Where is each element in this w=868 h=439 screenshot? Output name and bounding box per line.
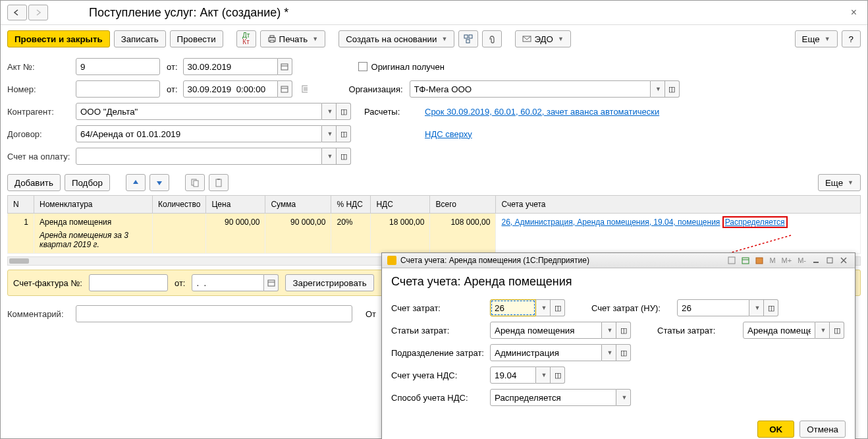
- open-button[interactable]: ◫: [337, 125, 351, 142]
- add-button[interactable]: Добавить: [7, 174, 61, 191]
- cell-accounts[interactable]: 26, Администрация, Аренда помещения, 19.…: [496, 214, 861, 254]
- tool-m-plus[interactable]: M+: [780, 256, 794, 264]
- col-nomenclature[interactable]: Номенклатура: [34, 196, 153, 214]
- dropdown-button[interactable]: ▼: [322, 148, 337, 165]
- cost-account-nu-input[interactable]: [677, 299, 749, 316]
- nds-account-input[interactable]: [490, 366, 536, 384]
- help-button[interactable]: ?: [842, 30, 861, 47]
- pick-button[interactable]: Подбор: [65, 174, 110, 191]
- number-date-input[interactable]: [183, 80, 278, 98]
- dropdown-button[interactable]: ▼: [616, 389, 631, 406]
- nds-link[interactable]: НДС сверху: [425, 129, 472, 139]
- invoice-no-input[interactable]: [89, 274, 168, 291]
- tool-calendar-icon[interactable]: [740, 256, 751, 264]
- contract-input[interactable]: [76, 125, 322, 142]
- move-down-button[interactable]: [149, 174, 169, 191]
- save-button[interactable]: Записать: [114, 30, 166, 47]
- col-price[interactable]: Цена: [206, 196, 265, 214]
- dropdown-button[interactable]: ▼: [602, 344, 616, 361]
- nav-forward-button[interactable]: [28, 5, 48, 20]
- akt-date-input[interactable]: [183, 58, 278, 75]
- subdivision-input[interactable]: [490, 344, 602, 361]
- accounts-highlight[interactable]: Распределяется: [722, 216, 788, 228]
- akt-no-input[interactable]: [76, 58, 160, 75]
- contragent-input[interactable]: [76, 103, 322, 120]
- col-n[interactable]: N: [8, 196, 34, 214]
- dropdown-button[interactable]: ▼: [651, 80, 665, 98]
- cost-items-input[interactable]: [490, 322, 602, 339]
- dt-kt-button[interactable]: ДтКт: [236, 30, 256, 47]
- dropdown-button[interactable]: ▼: [322, 125, 337, 142]
- more-button[interactable]: Еще ▼: [795, 30, 838, 47]
- open-button[interactable]: ◫: [337, 148, 351, 165]
- dropdown-button[interactable]: ▼: [815, 322, 830, 339]
- open-button[interactable]: ◫: [616, 344, 631, 361]
- dropdown-button[interactable]: ▼: [322, 103, 337, 120]
- edo-button[interactable]: ЭДО ▼: [515, 30, 570, 47]
- cell-qty: [153, 214, 206, 254]
- calendar-button[interactable]: [278, 80, 292, 98]
- dropdown-button[interactable]: ▼: [536, 299, 551, 316]
- dropdown-button[interactable]: ▼: [602, 322, 616, 339]
- akt-no-label: Акт №:: [7, 62, 76, 72]
- org-input[interactable]: [410, 80, 651, 98]
- open-button[interactable]: ◫: [764, 299, 778, 316]
- original-received-checkbox[interactable]: [358, 62, 367, 71]
- dialog-close-button[interactable]: [838, 256, 850, 264]
- post-and-close-button[interactable]: Провести и закрыть: [7, 30, 110, 47]
- table-row[interactable]: 1 Аренда помещения Аренда помещения за 3…: [8, 214, 861, 254]
- attachment-button[interactable]: [482, 30, 502, 47]
- table-more-button[interactable]: Еще ▼: [818, 174, 861, 191]
- dialog-minimize-button[interactable]: [810, 256, 822, 264]
- cost-account-input[interactable]: [490, 299, 536, 316]
- paste-button[interactable]: [209, 174, 229, 191]
- nds-method-label: Способ учета НДС:: [391, 393, 490, 403]
- caret-down-icon: ▼: [441, 36, 447, 42]
- col-nds-rate[interactable]: % НДС: [331, 196, 371, 214]
- col-accounts[interactable]: Счета учета: [496, 196, 861, 214]
- close-button[interactable]: ×: [847, 7, 861, 18]
- settlements-link[interactable]: Срок 30.09.2019, 60.01, 60.02, зачет ава…: [425, 107, 659, 117]
- cancel-button[interactable]: Отмена: [800, 421, 846, 438]
- cost-items2-input[interactable]: [743, 322, 815, 339]
- col-qty[interactable]: Количество: [153, 196, 206, 214]
- detail-icon-button[interactable]: [298, 82, 311, 96]
- invoice-date-input[interactable]: [192, 274, 264, 291]
- print-button[interactable]: Печать ▼: [260, 30, 326, 47]
- calendar-button[interactable]: [278, 58, 292, 75]
- number-input[interactable]: [76, 80, 160, 98]
- register-button[interactable]: Зарегистрировать: [285, 274, 373, 291]
- col-total[interactable]: Всего: [430, 196, 496, 214]
- create-based-button[interactable]: Создать на основании ▼: [339, 30, 454, 47]
- nav-back-button[interactable]: [7, 5, 27, 20]
- open-button[interactable]: ◫: [337, 103, 351, 120]
- col-nds[interactable]: НДС: [371, 196, 430, 214]
- calendar-button[interactable]: [264, 274, 279, 291]
- copy-button[interactable]: [185, 174, 205, 191]
- tool-m[interactable]: M: [767, 256, 777, 264]
- open-button[interactable]: ◫: [551, 366, 565, 384]
- open-button[interactable]: ◫: [830, 322, 844, 339]
- post-button[interactable]: Провести: [170, 30, 223, 47]
- tool-m-minus[interactable]: M-: [796, 256, 808, 264]
- caret-down-icon: ▼: [607, 327, 613, 334]
- original-received-label: Оригинал получен: [371, 62, 445, 72]
- open-button[interactable]: ◫: [551, 299, 565, 316]
- tool-calc-icon[interactable]: [726, 256, 738, 264]
- contragent-label: Контрагент:: [7, 107, 76, 117]
- col-sum[interactable]: Сумма: [265, 196, 331, 214]
- structure-button[interactable]: [458, 30, 478, 47]
- dialog-maximize-button[interactable]: [824, 256, 836, 264]
- open-button[interactable]: ◫: [665, 80, 680, 98]
- dropdown-button[interactable]: ▼: [749, 299, 764, 316]
- payment-account-input[interactable]: [76, 148, 322, 165]
- tool-date-icon[interactable]: [753, 256, 765, 264]
- nds-method-input[interactable]: [490, 389, 616, 406]
- move-up-button[interactable]: [126, 174, 146, 191]
- arrow-up-icon: [132, 179, 140, 187]
- dropdown-button[interactable]: ▼: [536, 366, 551, 384]
- open-button[interactable]: ◫: [616, 322, 631, 339]
- ok-button[interactable]: OK: [757, 421, 794, 438]
- comment-input[interactable]: [76, 305, 352, 322]
- caret-down-icon: ▼: [607, 349, 613, 356]
